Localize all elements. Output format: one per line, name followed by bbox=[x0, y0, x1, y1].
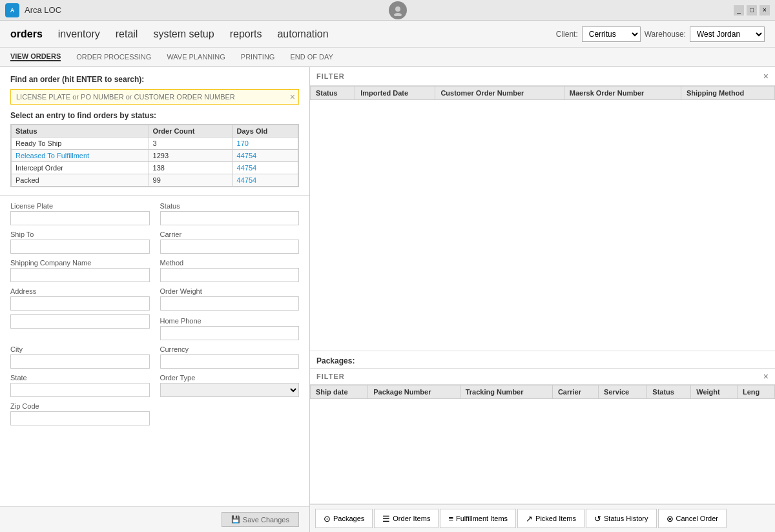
status-table-row[interactable]: Intercept Order 138 44754 bbox=[12, 162, 298, 174]
col-maersk-order: Maersk Order Number bbox=[564, 87, 681, 100]
minimize-button[interactable]: _ bbox=[734, 5, 744, 15]
packages-filter-close[interactable]: × bbox=[763, 371, 769, 382]
packages-tab-icon: ⊙ bbox=[324, 514, 331, 524]
tab-fulfillment-items[interactable]: ≡ Fulfillment Items bbox=[440, 509, 516, 528]
app-title: Arca LOC bbox=[25, 5, 61, 15]
nav-retail[interactable]: retail bbox=[116, 28, 138, 40]
subnav-wave-planning[interactable]: WAVE PLANNING bbox=[167, 53, 225, 61]
zip-code-input[interactable] bbox=[10, 411, 150, 425]
status-cell: Ready To Ship bbox=[12, 138, 149, 150]
subnav-view-orders[interactable]: VIEW ORDERS bbox=[10, 52, 61, 61]
maximize-button[interactable]: □ bbox=[747, 5, 757, 15]
window-controls[interactable]: _ □ × bbox=[734, 5, 770, 15]
subnav-order-processing[interactable]: ORDER PROCESSING bbox=[76, 53, 151, 61]
tab-picked-items[interactable]: ↗ Picked Items bbox=[517, 509, 584, 528]
tab-order-items-label: Order Items bbox=[393, 515, 430, 522]
col-imported-date: Imported Date bbox=[355, 87, 435, 100]
order-type-select[interactable] bbox=[160, 383, 300, 397]
order-weight-label: Order Weight bbox=[160, 287, 300, 295]
carrier-label: Carrier bbox=[160, 230, 300, 238]
status-table-row[interactable]: Ready To Ship 3 170 bbox=[12, 138, 298, 150]
orders-filter-close[interactable]: × bbox=[763, 71, 769, 81]
tab-cancel-order-label: Cancel Order bbox=[676, 515, 718, 522]
order-fields-section: License Plate Status Ship To Carrier Shi… bbox=[0, 196, 309, 506]
warehouse-dropdown[interactable]: West Jordan bbox=[690, 26, 765, 42]
order-count-col-header: Order Count bbox=[149, 125, 232, 138]
subnav-end-of-day[interactable]: END OF DAY bbox=[290, 53, 333, 61]
search-clear-button[interactable]: × bbox=[290, 92, 295, 102]
license-plate-label: License Plate bbox=[10, 202, 150, 210]
packages-filter-label: FILTER bbox=[316, 373, 763, 380]
currency-label: Currency bbox=[160, 345, 300, 353]
address2-input[interactable] bbox=[10, 314, 150, 329]
status-label: Status bbox=[160, 202, 300, 210]
method-field-group: Method bbox=[160, 259, 300, 282]
packages-filter-bar: FILTER × bbox=[310, 368, 775, 385]
tab-packages[interactable]: ⊙ Packages bbox=[315, 509, 373, 528]
home-phone-label: Home Phone bbox=[160, 317, 300, 325]
save-changes-button[interactable]: 💾 Save Changes bbox=[222, 512, 299, 527]
status-select-label: Select an entry to find orders by status… bbox=[10, 111, 299, 120]
top-navigation: orders inventory retail system setup rep… bbox=[0, 21, 775, 48]
close-button[interactable]: × bbox=[760, 5, 770, 15]
home-phone-input[interactable] bbox=[160, 326, 300, 340]
shipping-company-input[interactable] bbox=[10, 268, 150, 282]
currency-field-group: Currency bbox=[160, 345, 300, 369]
find-order-label: Find an order (hit ENTER to search): bbox=[10, 75, 299, 84]
nav-reports[interactable]: reports bbox=[230, 28, 262, 40]
client-label: Client: bbox=[556, 30, 578, 39]
order-count-cell: 138 bbox=[149, 162, 232, 174]
ship-to-label: Ship To bbox=[10, 230, 150, 238]
fulfillment-items-tab-icon: ≡ bbox=[448, 514, 453, 524]
ship-to-input[interactable] bbox=[10, 240, 150, 254]
city-input[interactable] bbox=[10, 354, 150, 369]
zip-code-label: Zip Code bbox=[10, 402, 150, 410]
pkg-col-weight: Weight bbox=[691, 385, 738, 399]
search-wrapper: × bbox=[10, 89, 299, 105]
pkg-col-length: Leng bbox=[737, 385, 774, 399]
method-input[interactable] bbox=[160, 268, 300, 282]
titlebar-left: A Arca LOC bbox=[5, 3, 61, 17]
client-dropdown[interactable]: Cerritus bbox=[582, 26, 641, 42]
nav-system-setup[interactable]: system setup bbox=[153, 28, 214, 40]
sub-navigation: VIEW ORDERS ORDER PROCESSING WAVE PLANNI… bbox=[0, 48, 775, 67]
carrier-input[interactable] bbox=[160, 240, 300, 254]
address-input[interactable] bbox=[10, 296, 150, 311]
search-input[interactable] bbox=[10, 89, 299, 105]
nav-automation[interactable]: automation bbox=[277, 28, 328, 40]
status-history-tab-icon: ↺ bbox=[594, 514, 601, 524]
city-label: City bbox=[10, 345, 150, 353]
svg-point-3 bbox=[394, 13, 402, 16]
fields-grid: License Plate Status Ship To Carrier Shi… bbox=[10, 202, 299, 425]
tab-cancel-order[interactable]: ⊗ Cancel Order bbox=[658, 509, 727, 528]
carrier-field-group: Carrier bbox=[160, 230, 300, 254]
packages-label: Packages: bbox=[310, 351, 775, 368]
packages-section: Packages: FILTER × Ship date Package Num… bbox=[310, 351, 775, 532]
status-table-row[interactable]: Packed 99 44754 bbox=[12, 174, 298, 187]
status-table-row[interactable]: Released To Fulfillment 1293 44754 bbox=[12, 150, 298, 162]
nav-orders[interactable]: orders bbox=[10, 28, 43, 40]
nav-right: Client: Cerritus Warehouse: West Jordan bbox=[556, 26, 765, 42]
order-weight-input[interactable] bbox=[160, 296, 300, 311]
pkg-col-pkg-number: Package Number bbox=[368, 385, 460, 399]
state-label: State bbox=[10, 374, 150, 382]
license-plate-field-group: License Plate bbox=[10, 202, 150, 225]
license-plate-input[interactable] bbox=[10, 211, 150, 225]
status-field-group: Status bbox=[160, 202, 300, 225]
subnav-printing[interactable]: PRINTING bbox=[241, 53, 275, 61]
order-count-cell: 1293 bbox=[149, 150, 232, 162]
status-input[interactable] bbox=[160, 211, 300, 225]
nav-inventory[interactable]: inventory bbox=[58, 28, 100, 40]
client-section: Client: Cerritus Warehouse: West Jordan bbox=[556, 26, 765, 42]
col-customer-order: Customer Order Number bbox=[435, 87, 564, 100]
orders-filter-bar: FILTER × bbox=[310, 67, 775, 86]
orders-display-section: FILTER × Status Imported Date Customer O… bbox=[310, 67, 775, 351]
pkg-col-tracking: Tracking Number bbox=[460, 385, 552, 399]
right-panel: FILTER × Status Imported Date Customer O… bbox=[310, 67, 775, 532]
state-input[interactable] bbox=[10, 383, 150, 397]
tab-order-items[interactable]: ☰ Order Items bbox=[374, 509, 439, 528]
col-status: Status bbox=[311, 87, 355, 100]
days-old-cell: 44754 bbox=[232, 174, 298, 187]
currency-input[interactable] bbox=[160, 354, 300, 369]
tab-status-history[interactable]: ↺ Status History bbox=[586, 509, 656, 528]
